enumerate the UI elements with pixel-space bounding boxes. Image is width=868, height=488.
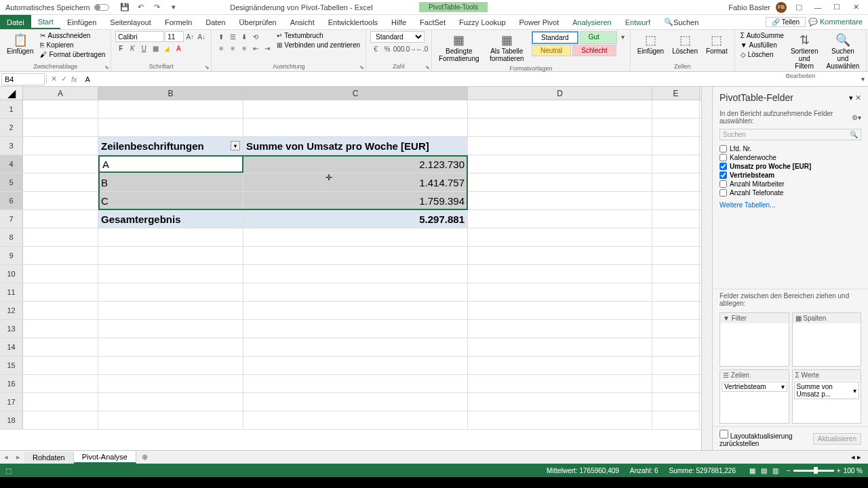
indent-inc-icon[interactable]: ⇥ — [262, 43, 273, 54]
row-header[interactable]: 8 — [0, 228, 23, 246]
page-layout-view-icon[interactable]: ▤ — [761, 467, 767, 474]
sheet-nav-next-icon[interactable]: ▸ — [12, 453, 24, 462]
tab-hilfe[interactable]: Hilfe — [384, 15, 413, 29]
clipboard-launcher-icon[interactable]: ⬊ — [104, 64, 109, 70]
autosum-button[interactable]: Σ AutoSumme — [739, 31, 785, 40]
row-header[interactable]: 4 — [0, 155, 23, 173]
fill-color-icon[interactable]: ◢ — [161, 43, 172, 54]
field-search-input[interactable]: Suchen🔍 — [719, 129, 861, 140]
filter-dropdown-icon[interactable]: ▾ — [231, 141, 240, 150]
autosave-toggle[interactable]: Automatisches Speichern — [0, 3, 115, 12]
insert-cells-button[interactable]: ⬚Einfügen — [635, 31, 667, 56]
tab-ansicht[interactable]: Ansicht — [283, 15, 321, 29]
row-header[interactable]: 1 — [0, 100, 23, 118]
align-center-icon[interactable]: ≡ — [227, 43, 238, 54]
worksheet[interactable]: ◢ A B C D E 1 2 3 Zeilenbeschriftungen▾ … — [0, 87, 701, 450]
avatar[interactable]: FB — [776, 2, 787, 13]
tab-formeln[interactable]: Formeln — [158, 15, 199, 29]
tab-einfuegen[interactable]: Einfügen — [60, 15, 103, 29]
row-header[interactable]: 12 — [0, 302, 23, 319]
field-item[interactable]: Anzahl Mitarbeiter — [719, 180, 861, 188]
align-launcher-icon[interactable]: ⬊ — [359, 64, 364, 70]
zoom-in-icon[interactable]: + — [837, 467, 841, 474]
align-middle-icon[interactable]: ☰ — [227, 31, 238, 42]
col-header-a[interactable]: A — [23, 87, 98, 100]
vertical-scrollbar[interactable] — [701, 87, 712, 450]
thousands-icon[interactable]: 000 — [393, 43, 404, 54]
styles-more-icon[interactable]: ▾ — [620, 31, 626, 42]
cancel-formula-icon[interactable]: ✕ — [51, 75, 57, 83]
field-item[interactable]: Kalenderwoche — [719, 153, 861, 162]
dec-decimal-icon[interactable]: ←.0 — [416, 43, 427, 54]
close-icon[interactable]: ✕ — [849, 3, 863, 12]
number-launcher-icon[interactable]: ⬊ — [425, 64, 430, 70]
name-box[interactable] — [1, 73, 45, 85]
col-header-b[interactable]: B — [98, 87, 243, 100]
gear-icon[interactable]: ⚙▾ — [852, 114, 861, 121]
percent-icon[interactable]: % — [382, 43, 393, 54]
cut-button[interactable]: ✂ Ausschneiden — [39, 31, 106, 40]
cell-c7[interactable]: 5.297.881 — [243, 210, 468, 228]
qat-dropdown-icon[interactable]: ▾ — [169, 3, 178, 12]
clear-button[interactable]: ◇ Löschen — [739, 50, 785, 59]
format-cells-button[interactable]: ⬚Format — [703, 31, 730, 56]
sort-filter-button[interactable]: ⇅Sortieren und Filtern — [788, 31, 821, 71]
tab-start[interactable]: Start — [31, 15, 60, 29]
bold-icon[interactable]: F — [115, 43, 126, 54]
col-header-d[interactable]: D — [468, 87, 652, 100]
tab-entwickler[interactable]: Entwicklertools — [321, 15, 384, 29]
pivot-value-header[interactable]: Summe von Umsatz pro Woche [EUR] — [243, 137, 468, 155]
field-item[interactable]: Umsatz pro Woche [EUR] — [719, 162, 861, 171]
tab-powerpivot[interactable]: Power Pivot — [513, 15, 566, 29]
share-button[interactable]: 🔗 Teilen — [766, 17, 806, 27]
zoom-level[interactable]: 100 % — [844, 467, 863, 474]
update-button[interactable]: Aktualisieren — [813, 433, 861, 445]
cell-b4[interactable]: A — [98, 155, 243, 173]
maximize-icon[interactable]: ☐ — [830, 3, 844, 12]
tab-seitenlayout[interactable]: Seitenlayout — [103, 15, 158, 29]
sheet-tab-pivot[interactable]: Pivot-Analyse — [74, 451, 136, 464]
cell-b7[interactable]: Gesamtergebnis — [98, 210, 243, 228]
align-top-icon[interactable]: ⬆ — [216, 31, 226, 42]
filter-area[interactable]: ▼ Filter — [719, 312, 789, 367]
delete-cells-button[interactable]: ⬚Löschen — [669, 31, 701, 56]
wrap-text-button[interactable]: ↵ Textumbruch — [275, 31, 361, 40]
row-header[interactable]: 3 — [0, 137, 23, 155]
align-bottom-icon[interactable]: ⬇ — [239, 31, 250, 42]
table-format-button[interactable]: ▦Als Tabelle formatieren — [485, 31, 530, 64]
underline-icon[interactable]: U — [138, 43, 149, 54]
conditional-format-button[interactable]: ▦Bedingte Formatierung — [436, 31, 481, 64]
more-tables-link[interactable]: Weitere Tabellen... — [713, 199, 868, 211]
field-pane-options-icon[interactable]: ▾ — [849, 94, 853, 102]
cell-c5[interactable]: 1.414.757 — [243, 174, 468, 191]
style-gut[interactable]: Gut — [580, 31, 617, 44]
field-pane-close-icon[interactable]: ✕ — [855, 94, 861, 102]
style-neutral[interactable]: Neutral — [532, 45, 571, 56]
row-header[interactable]: 11 — [0, 283, 23, 301]
tab-datei[interactable]: Datei — [0, 15, 31, 29]
row-header[interactable]: 15 — [0, 357, 23, 374]
tab-daten[interactable]: Daten — [199, 15, 232, 29]
row-header[interactable]: 5 — [0, 174, 23, 191]
zoom-slider[interactable] — [793, 470, 834, 472]
cell-b6[interactable]: C — [98, 192, 243, 209]
redo-icon[interactable]: ↷ — [153, 3, 162, 12]
record-macro-icon[interactable]: ⬚ — [5, 467, 12, 474]
tab-ueberpruefen[interactable]: Überprüfen — [233, 15, 283, 29]
horizontal-scrollbar[interactable]: ◂ ▸ — [153, 453, 868, 462]
field-item[interactable]: Lfd. Nr. — [719, 144, 861, 153]
select-all-corner[interactable]: ◢ — [0, 87, 23, 100]
border-icon[interactable]: ▦ — [150, 43, 161, 54]
undo-icon[interactable]: ↶ — [136, 3, 146, 12]
style-standard[interactable]: Standard — [532, 31, 578, 44]
row-header[interactable]: 13 — [0, 320, 23, 338]
minimize-icon[interactable]: — — [811, 3, 825, 12]
rows-area-item[interactable]: Vertriebsteam▾ — [722, 382, 787, 392]
increase-font-icon[interactable]: A↑ — [184, 31, 195, 42]
defer-layout-checkbox[interactable]: Layoutaktualisierung zurückstellen — [719, 430, 813, 447]
values-area[interactable]: Σ Werte Summe von Umsatz p...▾ — [792, 369, 862, 424]
row-header[interactable]: 7 — [0, 210, 23, 228]
comments-button[interactable]: 💬 Kommentare — [808, 18, 863, 26]
decrease-font-icon[interactable]: A↓ — [196, 31, 207, 42]
row-header[interactable]: 18 — [0, 411, 23, 429]
